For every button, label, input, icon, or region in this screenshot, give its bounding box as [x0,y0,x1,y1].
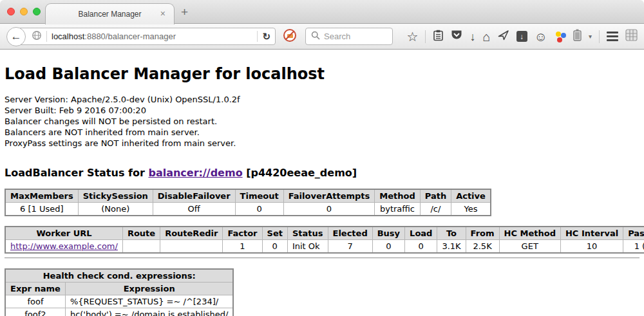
col-hc-method: HC Method [499,227,560,240]
table-title-row: Health check cond. expressions: [5,269,233,283]
battery-extension-icon[interactable] [573,29,582,44]
minimize-window-button[interactable] [20,8,28,15]
url-text[interactable]: localhost:8880/balancer-manager [52,32,176,41]
title-bar: Balancer Manager × + [0,0,644,24]
nav-toolbar: ← localhost:8880/balancer-manager ↻ Sear… [0,24,644,50]
tab-balancer-manager[interactable]: Balancer Manager × [45,3,175,24]
col-path: Path [420,189,451,203]
url-bar[interactable]: localhost:8880/balancer-manager ↻ [15,28,276,45]
cell-status: Init Ok [287,240,328,254]
clipboard-icon[interactable] [433,30,444,44]
cell-method: bytraffic [375,203,420,216]
toolbar-icons: ☆ ↓ ⌂ ↓ ☺ ▾ [407,29,638,44]
col-set: Set [262,227,287,240]
cell-set: 0 [262,240,287,254]
col-routeredir: RouteRedir [160,227,223,240]
cell-maxmembers: 6 [1 Used] [5,203,78,216]
identity-separator [46,31,47,42]
url-domain: localhost [52,32,84,41]
table-header-row: Expr name Expression [5,283,233,295]
reload-separator [257,31,258,42]
back-button[interactable]: ← [6,27,26,46]
col-method: Method [375,189,420,203]
persist-note-line: Balancer changes will NOT be persisted o… [5,116,639,127]
loadbalancer-status-heading: LoadBalancer Status for balancer://demo … [5,167,639,179]
col-busy: Busy [372,227,404,240]
col-failoverattempts: FailoverAttempts [283,189,375,203]
cell-expression: %{REQUEST_STATUS} =~ /^[234]/ [65,295,233,308]
balancer-demo-link[interactable]: balancer://demo [148,167,242,179]
cell-load: 0 [405,240,437,254]
section-divider [5,257,639,259]
col-status: Status [287,227,328,240]
col-passes: Passes [623,227,644,240]
cell-disablefailover: Off [153,203,235,216]
table-row: http://www.example.com/ 1 0 Init Ok 7 0 … [5,240,644,254]
cell-failoverattempts: 0 [283,203,375,216]
col-stickysession: StickySession [78,189,153,203]
cell-to: 3.1K [437,240,466,254]
page-content: Load Balancer Manager for localhost Serv… [0,50,644,316]
server-version-line: Server Version: Apache/2.5.0-dev (Unix) … [5,94,639,105]
table-row: foof2 hc('body') =~ /domain is establish… [5,308,233,316]
downloads-icon[interactable]: ↓ [469,31,475,42]
col-disablefailover: DisableFailover [153,189,235,203]
col-route: Route [122,227,160,240]
cell-busy: 0 [372,240,404,254]
cell-elected: 7 [328,240,372,254]
url-path: :8880/balancer-manager [84,32,176,41]
send-paper-plane-icon[interactable] [498,30,509,44]
cell-routeredir [160,240,223,254]
col-load: Load [405,227,437,240]
cell-expression: hc('body') =~ /domain is established/ [65,308,233,316]
search-input[interactable]: Search [305,28,393,45]
zoom-window-button[interactable] [33,8,41,15]
table-header-row: MaxMembers StickySession DisableFailover… [5,189,491,203]
col-worker-url: Worker URL [5,227,122,240]
close-window-button[interactable] [7,8,15,15]
window-controls [7,8,41,15]
cell-stickysession: (None) [78,203,153,216]
col-active: Active [451,189,491,203]
col-from: From [466,227,499,240]
cell-expr-name: foof2 [5,308,65,316]
col-expression: Expression [65,283,233,295]
search-placeholder: Search [324,32,350,41]
worker-url-link[interactable]: http://www.example.com/ [10,241,118,251]
browser-window: Balancer Manager × + ← localhost:8880/ba… [0,0,644,316]
tab-close-icon[interactable]: × [160,8,166,19]
site-identity-globe-icon[interactable] [32,30,42,43]
server-built-line: Server Built: Feb 9 2016 07:00:20 [5,105,639,116]
chevron-down-icon[interactable]: ▾ [589,33,592,40]
pocket-icon[interactable] [451,30,462,43]
col-expr-name: Expr name [5,283,65,295]
col-to: To [437,227,466,240]
reload-icon[interactable]: ↻ [262,31,270,42]
col-timeout: Timeout [235,189,283,203]
cell-route [122,240,160,254]
tab-title: Balancer Manager [78,10,141,19]
tab-grid-icon[interactable] [625,29,638,44]
smiley-icon[interactable]: ☺ [535,30,547,43]
cell-hc-interval: 10 [560,240,623,254]
cell-expr-name: foof [5,295,65,308]
home-icon[interactable]: ⌂ [482,30,490,43]
save-to-device-icon[interactable]: ↓ [516,31,527,42]
back-arrow-icon: ← [11,30,22,43]
bookmark-star-icon[interactable]: ☆ [407,30,419,43]
cell-path: /c/ [420,203,451,216]
table-row: 6 [1 Used] (None) Off 0 0 bytraffic /c/ … [5,203,491,216]
inherit-note-line: Balancers are NOT inherited from main se… [5,127,639,138]
cell-timeout: 0 [235,203,283,216]
cell-active: Yes [451,203,491,216]
table-header-row: Worker URL Route RouteRedir Factor Set S… [5,227,644,240]
plugin-blocked-icon[interactable] [283,28,297,45]
col-maxmembers: MaxMembers [5,189,78,203]
cell-passes: 1 (0) [623,240,644,254]
health-check-table: Health check cond. expressions: Expr nam… [5,268,234,316]
menu-hamburger-icon[interactable] [607,32,618,41]
col-elected: Elected [328,227,372,240]
col-factor: Factor [223,227,262,240]
new-tab-button[interactable]: + [181,5,188,19]
colored-dots-extension-icon[interactable] [554,31,566,42]
